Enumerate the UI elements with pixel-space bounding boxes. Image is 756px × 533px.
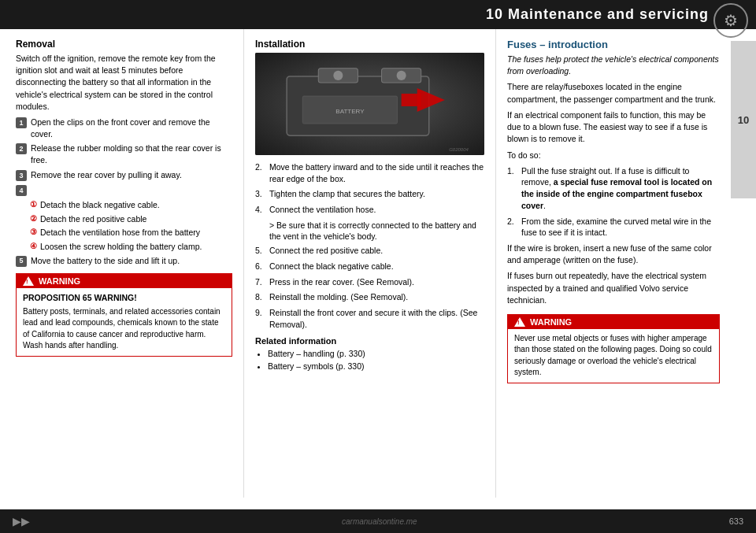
related-info-list: Battery – handling (p. 330) Battery – sy…: [255, 348, 484, 373]
fuses-para4: If fuses burn out repeatedly, have the e…: [507, 270, 720, 306]
installation-steps-5to9: 5. Connect the red positive cable. 6. Co…: [255, 245, 484, 330]
step-badge-2: 2: [16, 143, 27, 154]
fuses-step-2-text: From the side, examine the curved metal …: [521, 216, 720, 239]
warning-label-right: WARNING: [530, 317, 572, 327]
removal-step-5: 5 Move the battery to the side and lift …: [16, 255, 232, 267]
fuses-step-1-text: Pull the fuse straight out. If a fuse is…: [521, 165, 720, 212]
fuses-steps: 1. Pull the fuse straight out. If a fuse…: [507, 165, 720, 239]
installation-section: Installation: [244, 29, 496, 498]
sub-step-4a: ① Detach the black negative cable.: [30, 199, 232, 211]
warning-box-left: WARNING PROPOSITION 65 WARNING! Battery …: [16, 273, 232, 357]
removal-step-2: 2 Release the rubber molding so that the…: [16, 143, 232, 165]
warning-triangle-icon: [23, 276, 34, 286]
sub-step-4a-text: Detach the black negative cable.: [40, 199, 160, 211]
step-3-text: Remove the rear cover by pulling it away…: [31, 169, 182, 181]
battery-visual: BATTERY G020004: [255, 53, 484, 155]
sub-icon-3: ③: [30, 227, 37, 238]
warning-text-right: Never use metal objects or fuses with hi…: [514, 334, 712, 377]
related-info-item-1: Battery – handling (p. 330): [268, 348, 484, 361]
sub-step-4c: ③ Detach the ventilation hose from the b…: [30, 227, 232, 239]
fuses-para2: If an electrical component fails to func…: [507, 109, 720, 146]
battery-image: BATTERY G020004: [255, 53, 484, 155]
install-step-6-text: Connect the black negative cable.: [269, 261, 484, 272]
install-step-2-text: Move the battery inward and to the side …: [269, 161, 484, 184]
fuses-step-2: 2. From the side, examine the curved met…: [507, 216, 720, 239]
chapter-number: 10: [738, 114, 749, 126]
warning-label-left: WARNING: [39, 276, 80, 286]
fuses-para1: There are relay/fuseboxes located in the…: [507, 81, 720, 105]
page-header: 10 Maintenance and servicing: [0, 0, 756, 29]
footer-watermark: carmanualsontine.me: [342, 517, 417, 526]
related-information: Related information Battery – handling (…: [255, 336, 484, 373]
svg-text:BATTERY: BATTERY: [335, 108, 365, 115]
install-step-8-text: Reinstall the molding. (See Removal).: [269, 291, 484, 303]
warning-header-left: WARNING: [17, 274, 232, 288]
install-step-5-text: Connect the red positive cable.: [269, 245, 484, 257]
maintenance-icon: ⚙: [713, 3, 748, 38]
fuses-para3: If the wire is broken, insert a new fuse…: [507, 242, 720, 266]
step-5-text: Move the battery to the side and lift it…: [31, 255, 180, 267]
prop65-title: PROPOSITION 65 WARNING!: [23, 292, 225, 304]
fuses-intro: The fuses help protect the vehicle's ele…: [507, 54, 720, 77]
install-step-4-indent-text: Be sure that it is correctly connected t…: [269, 220, 476, 242]
chapter-tab: 10: [731, 41, 756, 198]
install-step-9-text: Reinstall the front cover and secure it …: [269, 307, 484, 330]
removal-section: Removal Switch off the ignition, remove …: [0, 29, 244, 498]
footer-arrow-icon: ▶▶: [13, 515, 30, 527]
step-badge-5: 5: [16, 256, 27, 267]
installation-steps: 2. Move the battery inward and to the si…: [255, 161, 484, 216]
svg-rect-7: [402, 94, 421, 106]
step-2-text: Release the rubber molding so that the r…: [31, 143, 232, 165]
fuses-step-1: 1. Pull the fuse straight out. If a fuse…: [507, 165, 720, 212]
warning-box-right: WARNING Never use metal objects or fuses…: [507, 314, 720, 383]
main-content: Removal Switch off the ignition, remove …: [0, 29, 756, 498]
warning-body-left: PROPOSITION 65 WARNING! Battery posts, t…: [17, 288, 232, 356]
sub-icon-1: ①: [30, 199, 37, 210]
warning-triangle-right-icon: [514, 317, 525, 327]
page-number: 633: [729, 516, 743, 526]
sub-step-4d-text: Loosen the screw holding the battery cla…: [40, 241, 202, 253]
sub-step-4c-text: Detach the ventilation hose from the bat…: [40, 227, 200, 239]
install-step-3: 3. Tighten the clamp that secures the ba…: [255, 188, 484, 200]
warning-body-right: Never use metal objects or fuses with hi…: [508, 329, 719, 383]
install-step-5: 5. Connect the red positive cable.: [255, 245, 484, 257]
page-footer: ▶▶ carmanualsontine.me 633: [0, 509, 756, 533]
install-step-8: 8. Reinstall the molding. (See Removal).: [255, 291, 484, 303]
fuses-section: Fuses – introduction The fuses help prot…: [496, 29, 731, 498]
removal-intro: Switch off the ignition, remove the remo…: [16, 53, 232, 113]
header-title: 10 Maintenance and servicing: [486, 6, 709, 22]
sub-step-4d: ④ Loosen the screw holding the battery c…: [30, 241, 232, 253]
svg-text:G020004: G020004: [449, 147, 469, 152]
install-step-4: 4. Connect the ventilation hose.: [255, 204, 484, 216]
svg-point-5: [397, 71, 406, 80]
related-info-title: Related information: [255, 336, 484, 346]
install-step-4-indent: Be sure that it is correctly connected t…: [269, 220, 484, 242]
install-step-3-text: Tighten the clamp that secures the batte…: [269, 188, 484, 200]
fuses-title: Fuses – introduction: [507, 39, 720, 50]
removal-step-5-list: 5 Move the battery to the side and lift …: [16, 255, 232, 267]
related-info-item-2: Battery – symbols (p. 330): [268, 361, 484, 373]
sub-step-4b: ② Detach the red positive cable: [30, 213, 232, 225]
step-badge-4: 4: [16, 185, 27, 196]
fuses-todo: To do so:: [507, 150, 720, 161]
svg-point-4: [333, 71, 343, 80]
removal-title: Removal: [16, 39, 232, 50]
warning-header-right: WARNING: [508, 315, 719, 329]
install-step-7-text: Press in the rear cover. (See Removal).: [269, 276, 484, 288]
install-step-9: 9. Reinstall the front cover and secure …: [255, 307, 484, 330]
sub-icon-4: ④: [30, 241, 37, 252]
install-step-7: 7. Press in the rear cover. (See Removal…: [255, 276, 484, 288]
step-1-text: Open the clips on the front cover and re…: [31, 117, 232, 139]
install-step-2: 2. Move the battery inward and to the si…: [255, 161, 484, 184]
removal-step-3: 3 Remove the rear cover by pulling it aw…: [16, 169, 232, 181]
step-badge-1: 1: [16, 117, 27, 128]
removal-step-4: 4: [16, 184, 232, 196]
sub-step-4b-text: Detach the red positive cable: [40, 213, 146, 225]
step-badge-3: 3: [16, 170, 27, 181]
sub-icon-2: ②: [30, 213, 37, 224]
warning-text-left: Battery posts, terminals, and related ac…: [23, 307, 220, 350]
install-step-6: 6. Connect the black negative cable.: [255, 261, 484, 272]
install-step-4-text: Connect the ventilation hose.: [269, 204, 484, 216]
removal-step-1: 1 Open the clips on the front cover and …: [16, 117, 232, 139]
removal-steps: 1 Open the clips on the front cover and …: [16, 117, 232, 196]
